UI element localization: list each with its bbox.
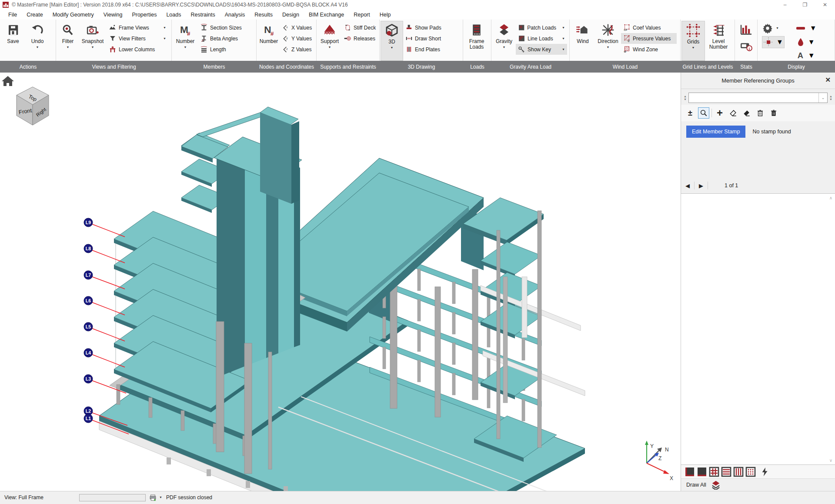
chevron-down-icon[interactable]: ▼ xyxy=(776,38,783,46)
chevron-down-icon[interactable]: ▼ xyxy=(808,52,815,60)
wind-zone-button[interactable]: W Wind Zone xyxy=(621,44,677,55)
restore-button[interactable]: ❐ xyxy=(795,0,815,10)
chevron-down-icon[interactable]: ▼ xyxy=(808,38,815,46)
display-settings-button[interactable]: ▼ xyxy=(762,23,785,34)
chevron-down-icon[interactable]: ▼ xyxy=(558,37,565,40)
menu-help[interactable]: Help xyxy=(375,11,396,19)
end-plates-button[interactable]: End Plates xyxy=(403,44,454,55)
view-filters-button[interactable]: View Filters ▼ xyxy=(107,33,168,44)
layers-icon[interactable] xyxy=(711,480,721,490)
frame-views-button[interactable]: Frame Views ▼ xyxy=(107,22,168,33)
lower-columns-button[interactable]: Lower Columns xyxy=(107,44,168,55)
erase-outline-button[interactable] xyxy=(728,107,739,119)
gravity-button[interactable]: Gravity ▼ xyxy=(492,21,516,61)
section-sizes-button[interactable]: Section Sizes xyxy=(198,22,253,33)
chevron-down-icon[interactable]: ▼ xyxy=(776,27,779,30)
grids-button[interactable]: Grids ▼ xyxy=(681,21,705,61)
chevron-down-icon[interactable]: ▼ xyxy=(503,46,506,49)
add-group-button[interactable]: + xyxy=(714,107,725,119)
group-list[interactable]: ∧ ∨ xyxy=(681,193,835,465)
chevron-down-icon[interactable]: ▼ xyxy=(692,46,695,49)
chevron-down-icon[interactable]: ▼ xyxy=(159,496,162,499)
length-button[interactable]: Length xyxy=(198,44,253,55)
chevron-down-icon[interactable]: ▼ xyxy=(810,24,817,32)
minimize-button[interactable]: – xyxy=(775,0,795,10)
patch-loads-button[interactable]: Patch Loads ▼ xyxy=(516,22,567,33)
search-group-button[interactable] xyxy=(698,107,709,119)
menu-create[interactable]: Create xyxy=(22,11,48,19)
stats-chart-button[interactable] xyxy=(739,23,753,38)
snapshot-button[interactable]: Snapshot ▼ xyxy=(79,21,107,61)
chevron-down-icon[interactable]: ▼ xyxy=(91,46,94,49)
member-number-button[interactable]: M# Number ▼ xyxy=(173,21,198,61)
view-cube[interactable]: Top Front Right xyxy=(17,87,49,125)
chevron-down-icon[interactable]: ▼ xyxy=(558,26,565,29)
vertical-lines-button[interactable] xyxy=(733,467,744,477)
releases-button[interactable]: Releases xyxy=(342,33,378,44)
menu-viewing[interactable]: Viewing xyxy=(99,11,127,19)
undo-button[interactable]: Undo ▼ xyxy=(25,21,50,61)
close-button[interactable]: ✕ xyxy=(815,0,835,10)
home-icon[interactable] xyxy=(2,76,14,86)
delete-outline-button[interactable] xyxy=(755,107,766,119)
menu-results[interactable]: Results xyxy=(250,11,277,19)
shade-left-bottom-button[interactable] xyxy=(685,467,695,477)
menu-report[interactable]: Report xyxy=(349,11,375,19)
menu-loads[interactable]: Loads xyxy=(161,11,186,19)
group-spinner-right[interactable]: ▲▼ xyxy=(829,95,832,101)
grid-hash-button[interactable] xyxy=(709,467,719,477)
chevron-down-icon[interactable]: ▼ xyxy=(328,46,331,49)
horizontal-lines-button[interactable] xyxy=(721,467,731,477)
next-page-button[interactable]: ▶ xyxy=(699,182,703,189)
close-panel-icon[interactable]: ✕ xyxy=(825,76,831,84)
group-select[interactable]: ⌄ xyxy=(688,93,828,103)
node-number-button[interactable]: N# Number xyxy=(257,21,280,61)
wind-button[interactable]: Wind xyxy=(571,21,595,61)
y-values-button[interactable]: y Y Values xyxy=(280,33,315,44)
scroll-up-icon[interactable]: ∧ xyxy=(829,196,832,200)
draw-all-button[interactable]: Draw All xyxy=(686,482,706,488)
chevron-down-icon[interactable]: ▼ xyxy=(67,46,70,49)
display-member-color-button[interactable]: ▼ xyxy=(796,24,817,32)
erase-filled-button[interactable] xyxy=(741,107,752,119)
beta-angles-button[interactable]: Beta Angles xyxy=(198,33,253,44)
shade-bottom-button[interactable] xyxy=(697,467,707,477)
chevron-down-icon[interactable]: ▼ xyxy=(558,48,565,51)
delete-filled-button[interactable] xyxy=(768,107,779,119)
stiff-deck-button[interactable]: Stiff Deck xyxy=(342,22,378,33)
chevron-down-icon[interactable]: ▼ xyxy=(36,46,39,49)
chevron-down-icon[interactable]: ⌄ xyxy=(818,93,827,103)
line-loads-button[interactable]: Line Loads ▼ xyxy=(516,33,567,44)
chevron-down-icon[interactable]: ▼ xyxy=(160,37,166,40)
support-button[interactable]: Support ▼ xyxy=(317,21,342,61)
menu-modify-geometry[interactable]: Modify Geometry xyxy=(48,11,99,19)
display-node-button[interactable]: ▼ xyxy=(762,36,785,48)
display-contour-button[interactable]: ▼ xyxy=(796,37,817,47)
menu-analysis[interactable]: Analysis xyxy=(220,11,250,19)
chevron-down-icon[interactable]: ▼ xyxy=(160,26,166,29)
lightning-icon[interactable] xyxy=(760,467,770,477)
chevron-down-icon[interactable]: ▼ xyxy=(184,46,187,49)
group-select-value[interactable] xyxy=(689,93,818,103)
pressure-values-button[interactable]: Q Pressure Values xyxy=(621,33,677,44)
direction-button[interactable]: Direction ▼ xyxy=(595,21,621,61)
chevron-down-icon[interactable]: ▼ xyxy=(607,46,610,49)
menu-bim-exchange[interactable]: BIM Exchange xyxy=(304,11,349,19)
show-pads-button[interactable]: Show Pads xyxy=(403,22,454,33)
filter-button[interactable]: Filter ▼ xyxy=(57,21,79,61)
scroll-down-icon[interactable]: ∨ xyxy=(829,458,832,463)
coef-values-button[interactable]: CP Coef Values xyxy=(621,22,677,33)
group-spinner-left[interactable]: ▲▼ xyxy=(684,95,687,101)
display-text-button[interactable]: A ▼ xyxy=(796,51,817,60)
draw-short-button[interactable]: Draw Short xyxy=(403,33,454,44)
3d-button[interactable]: 3D ▼ xyxy=(381,21,403,61)
edit-member-stamp-button[interactable]: Edit Member Stamp xyxy=(686,126,745,138)
menu-file[interactable]: File xyxy=(3,11,22,19)
previous-page-button[interactable]: ◀ xyxy=(685,182,690,189)
menu-properties[interactable]: Properties xyxy=(127,11,161,19)
level-number-button[interactable]: Level Number xyxy=(705,21,732,61)
show-key-button[interactable]: Show Key ▼ xyxy=(516,44,567,55)
chevron-down-icon[interactable]: ▼ xyxy=(391,46,394,49)
frame-loads-button[interactable]: Frame Loads xyxy=(464,21,489,61)
dotted-grid-button[interactable] xyxy=(745,467,756,477)
